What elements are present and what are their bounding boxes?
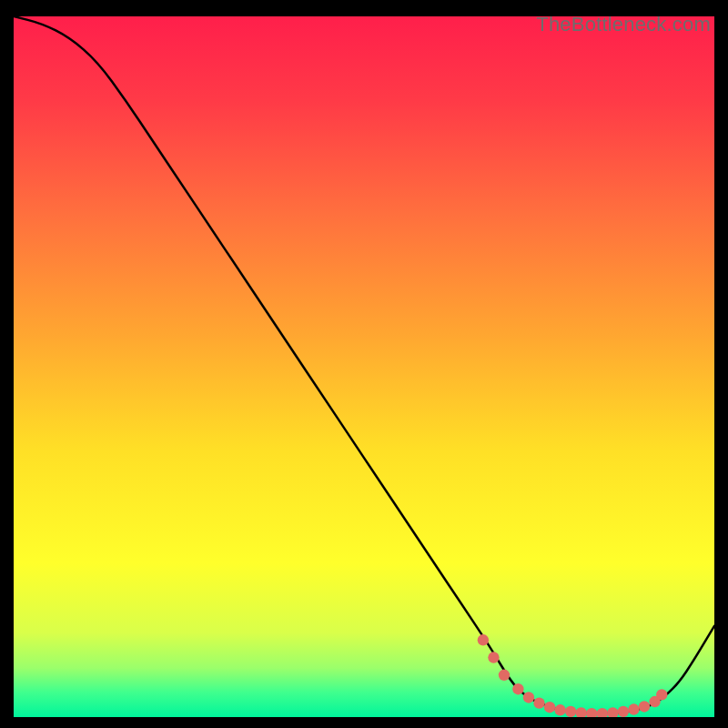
marker-dot — [565, 706, 576, 717]
marker-dot — [499, 670, 510, 681]
marker-dot — [656, 689, 667, 700]
marker-dot — [628, 703, 639, 714]
chart-stage: TheBottleneck.com — [0, 0, 728, 728]
marker-dot — [512, 683, 523, 694]
chart-background — [14, 16, 714, 717]
marker-dot — [554, 704, 565, 715]
chart-box: TheBottleneck.com — [14, 16, 714, 717]
watermark-label: TheBottleneck.com — [536, 13, 711, 36]
marker-dot — [533, 697, 544, 708]
marker-dot — [478, 634, 489, 645]
marker-dot — [639, 701, 650, 712]
marker-dot — [618, 706, 629, 717]
marker-dot — [488, 652, 499, 662]
chart-svg — [14, 16, 714, 717]
marker-dot — [523, 692, 534, 703]
marker-dot — [544, 702, 555, 713]
